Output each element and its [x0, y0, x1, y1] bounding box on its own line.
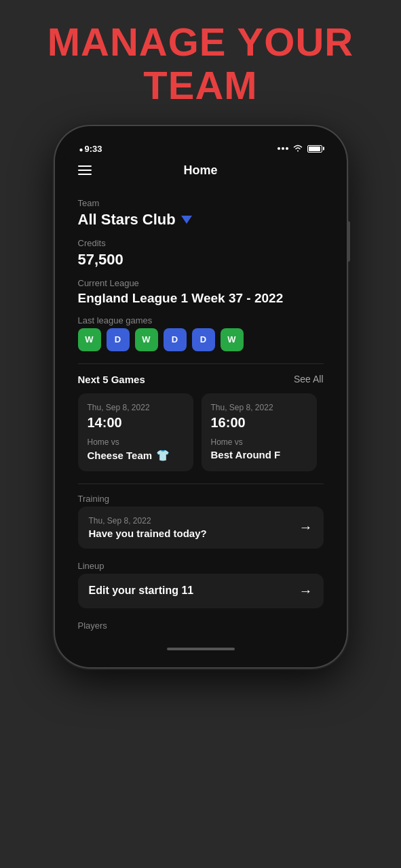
game-time: 16:00 [211, 415, 307, 431]
training-card[interactable]: Thu, Sep 8, 2022 Have you trained today?… [78, 507, 324, 549]
hero-title-line2: TEAM [143, 63, 257, 107]
last-games-label: Last league games [78, 315, 324, 326]
game-card-1[interactable]: Thu, Sep 8, 2022 16:00 Home vs Best Arou… [202, 393, 317, 471]
app-header: Home [78, 157, 324, 189]
game-date: Thu, Sep 8, 2022 [88, 403, 184, 412]
app-content: Home Team All Stars Club Credits 57,500 … [64, 157, 337, 644]
next5-header: Next 5 Games See All [78, 374, 324, 385]
game-home-away: Home vs [88, 437, 184, 447]
credits-value: 57,500 [78, 251, 324, 269]
result-badge-d: D [192, 328, 215, 351]
current-league-label: Current League [78, 278, 324, 288]
status-bar: ●9:33 [64, 136, 337, 157]
result-badge-w: W [78, 328, 101, 351]
shirt-icon: 👕 [156, 449, 170, 462]
wifi-icon [292, 144, 303, 154]
league-name: England League 1 Week 37 - 2022 [78, 291, 324, 306]
next5-title: Next 5 Games [78, 374, 145, 385]
team-label: Team [78, 198, 324, 208]
team-name-row: All Stars Club [78, 211, 324, 229]
divider2 [78, 484, 324, 484]
see-all-link[interactable]: See All [294, 374, 324, 384]
training-date: Thu, Sep 8, 2022 [89, 516, 207, 526]
battery-icon [307, 145, 322, 153]
game-opponent: Best Around F [211, 449, 307, 460]
training-arrow-icon: → [299, 519, 313, 535]
bottom-bar [64, 644, 337, 658]
game-time: 14:00 [88, 415, 184, 431]
phone-shell: ●9:33 [55, 126, 347, 667]
divider [78, 363, 324, 364]
hamburger-menu-icon[interactable] [78, 165, 92, 175]
credits-label: Credits [78, 238, 324, 248]
page-wrapper: MANAGE YOUR TEAM ●9:33 [0, 0, 401, 868]
players-label: Players [78, 620, 324, 631]
game-opponent: Cheese Team 👕 [88, 449, 184, 462]
hero-title-line1: MANAGE YOUR [47, 20, 354, 64]
lineup-arrow-icon: → [299, 583, 313, 599]
page-title: Home [183, 163, 217, 178]
status-icons [278, 144, 322, 154]
result-badge-d: D [164, 328, 187, 351]
signal-icon [278, 147, 288, 150]
game-home-away: Home vs [211, 437, 307, 447]
status-time: ●9:33 [79, 144, 102, 154]
phone-screen: ●9:33 [64, 136, 337, 658]
training-content: Thu, Sep 8, 2022 Have you trained today? [89, 516, 207, 539]
result-badge-w: W [135, 328, 158, 351]
game-card-0[interactable]: Thu, Sep 8, 2022 14:00 Home vs Cheese Te… [78, 393, 193, 471]
training-question: Have you trained today? [89, 528, 207, 539]
games-scroll: Thu, Sep 8, 2022 14:00 Home vs Cheese Te… [78, 393, 324, 471]
training-label: Training [78, 494, 324, 504]
home-indicator [167, 648, 235, 650]
lineup-cta: Edit your starting 11 [89, 585, 194, 597]
team-name: All Stars Club [78, 211, 176, 229]
result-badge-w: W [221, 328, 244, 351]
lineup-card[interactable]: Edit your starting 11 → [78, 574, 324, 608]
funnel-icon[interactable] [181, 216, 192, 224]
result-badge-d: D [107, 328, 130, 351]
lineup-label: Lineup [78, 561, 324, 571]
results-row: WDWDDW [78, 328, 324, 351]
hero-title: MANAGE YOUR TEAM [47, 20, 354, 107]
game-date: Thu, Sep 8, 2022 [211, 403, 307, 412]
